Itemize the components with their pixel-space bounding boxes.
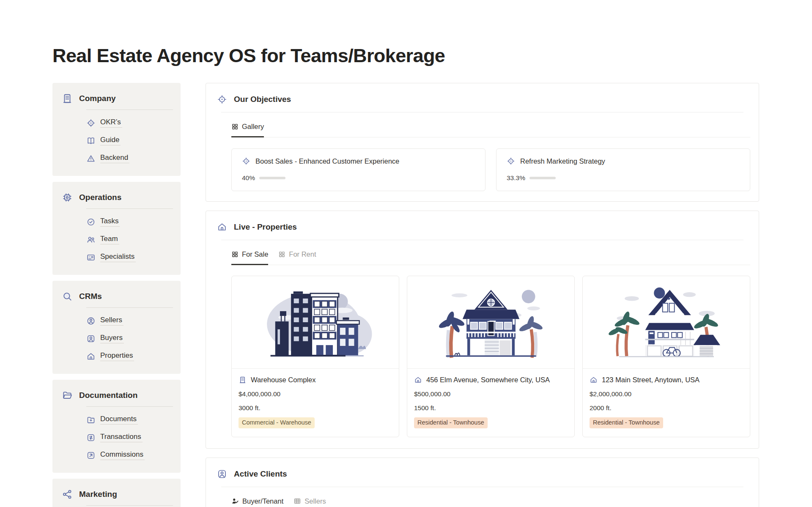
property-card[interactable]: 456 Elm Avenue, Somewhere City, USA $500…: [407, 276, 575, 437]
sidebar-section-title: Operations: [79, 193, 121, 202]
property-price: $2,000,000.00: [590, 390, 743, 398]
chip-icon: [62, 192, 73, 203]
sidebar-item-properties[interactable]: Properties: [86, 351, 173, 361]
target-icon: [217, 94, 227, 104]
home-icon: [414, 376, 422, 384]
sidebar-item-label: Backend: [100, 153, 129, 163]
sidebar-item-label: Team: [100, 235, 119, 244]
sidebar-item-documents[interactable]: Documents: [86, 415, 173, 425]
property-name: 123 Main Street, Anytown, USA: [602, 376, 700, 384]
tab-buyer-tenant[interactable]: Buyer/Tenant: [231, 497, 283, 507]
progress-bar: [529, 177, 556, 179]
sidebar-item-label: Tasks: [100, 217, 120, 227]
section-title: Our Objectives: [234, 95, 291, 104]
property-card[interactable]: Warehouse Complex $4,000,000.00 3000 ft.…: [231, 276, 399, 437]
divider: [86, 406, 173, 407]
section-title: Active Clients: [234, 469, 287, 479]
sidebar-item-buyers[interactable]: Buyers: [86, 334, 173, 343]
divider: [86, 505, 173, 506]
sidebar-item-label: Commissions: [100, 450, 145, 460]
warning-icon: [86, 154, 96, 163]
objective-card[interactable]: Refresh Marketing Strategy 33.3%: [496, 148, 750, 191]
page-title: Real Estate Agency OS for Teams/Brokerag…: [52, 45, 759, 67]
gallery-grid-icon: [278, 251, 285, 258]
id-card-icon: [86, 253, 96, 262]
tab-sellers[interactable]: Sellers: [294, 497, 326, 507]
user-circle-icon: [86, 316, 96, 326]
tab-for-sale[interactable]: For Sale: [231, 250, 268, 265]
sidebar-item-label: Properties: [100, 351, 134, 361]
property-area: 2000 ft.: [590, 404, 743, 412]
property-illustration-beach-house: [583, 276, 750, 369]
gallery-grid-icon: [231, 251, 239, 258]
sidebar-section-crms: CRMs Sellers Buyers Properties: [52, 281, 181, 374]
property-area: 3000 ft.: [239, 404, 392, 412]
target-icon: [86, 118, 96, 128]
property-tag: Residential - Townhouse: [414, 417, 488, 428]
main-content: Our Objectives Gallery Boost Sales - Enh…: [206, 83, 759, 507]
property-price: $4,000,000.00: [239, 390, 392, 398]
sidebar-item-transactions[interactable]: Transactions: [86, 433, 173, 442]
sidebar-item-specialists[interactable]: Specialists: [86, 252, 173, 262]
objective-name: Refresh Marketing Strategy: [520, 157, 605, 165]
people-icon: [86, 235, 96, 244]
sidebar-section-title: CRMs: [79, 292, 102, 301]
sidebar-item-label: Guide: [100, 136, 121, 145]
progress-value: 40%: [242, 174, 255, 182]
property-name: 456 Elm Avenue, Somewhere City, USA: [426, 376, 550, 384]
pencil-square-icon: [86, 451, 96, 460]
sidebar-section-operations: Operations Tasks Team Specialists: [52, 182, 181, 275]
property-name: Warehouse Complex: [251, 376, 315, 384]
sidebar: Company OKR’s Guide Backend: [52, 83, 181, 507]
sidebar-section-title: Documentation: [79, 391, 137, 400]
property-card[interactable]: 123 Main Street, Anytown, USA $2,000,000…: [582, 276, 750, 437]
sidebar-section-title: Marketing: [79, 490, 117, 499]
objective-name: Boost Sales - Enhanced Customer Experien…: [255, 157, 399, 165]
property-tag: Residential - Townhouse: [590, 417, 663, 428]
divider: [86, 110, 173, 110]
sidebar-item-team[interactable]: Team: [86, 235, 173, 244]
progress-value: 33.3%: [507, 174, 525, 182]
sidebar-item-label: OKR’s: [100, 118, 122, 128]
folder-plus-icon: [86, 415, 96, 425]
sidebar-item-guide[interactable]: Guide: [86, 136, 173, 145]
sidebar-item-label: Sellers: [100, 316, 123, 326]
divider: [86, 307, 173, 308]
objective-card[interactable]: Boost Sales - Enhanced Customer Experien…: [231, 148, 486, 191]
sidebar-item-okrs[interactable]: OKR’s: [86, 118, 173, 128]
user-card-icon: [217, 469, 227, 479]
gallery-grid-icon: [231, 123, 239, 130]
our-objectives-card: Our Objectives Gallery Boost Sales - Enh…: [206, 83, 759, 202]
sidebar-item-label: Transactions: [100, 433, 143, 442]
home-icon: [86, 352, 96, 361]
property-illustration-city: [232, 276, 399, 369]
tab-gallery[interactable]: Gallery: [231, 123, 264, 137]
sidebar-item-label: Specialists: [100, 252, 136, 262]
property-price: $500,000.00: [414, 390, 568, 398]
sidebar-item-sellers[interactable]: Sellers: [86, 316, 173, 326]
table-icon: [294, 497, 301, 505]
tab-for-rent[interactable]: For Rent: [278, 250, 316, 265]
open-folder-icon: [62, 390, 73, 401]
sidebar-item-label: Buyers: [100, 334, 124, 343]
sidebar-section-company: Company OKR’s Guide Backend: [52, 83, 181, 176]
check-circle-icon: [86, 217, 96, 227]
sidebar-item-tasks[interactable]: Tasks: [86, 217, 173, 227]
tab-label: For Rent: [289, 250, 316, 258]
share-icon: [62, 489, 73, 500]
live-properties-card: Live - Properties For Sale For Rent: [206, 211, 759, 449]
target-icon: [242, 157, 250, 165]
property-illustration-stilt-house: [407, 276, 574, 369]
sidebar-item-commissions[interactable]: Commissions: [86, 450, 173, 460]
building-icon: [239, 376, 247, 384]
tab-label: Sellers: [304, 497, 326, 505]
property-tag: Commercial - Warehouse: [239, 417, 315, 428]
divider: [86, 208, 173, 209]
sidebar-section-marketing: Marketing Brand Assets: [52, 479, 181, 507]
user-square-icon: [86, 334, 96, 343]
sidebar-section-documentation: Documentation Documents Transactions Com…: [52, 380, 181, 473]
page: Real Estate Agency OS for Teams/Brokerag…: [0, 45, 812, 507]
sidebar-item-backend[interactable]: Backend: [86, 153, 173, 163]
section-title: Live - Properties: [234, 222, 297, 232]
active-clients-card: Active Clients Buyer/Tenant Sellers Aa: [206, 458, 759, 507]
